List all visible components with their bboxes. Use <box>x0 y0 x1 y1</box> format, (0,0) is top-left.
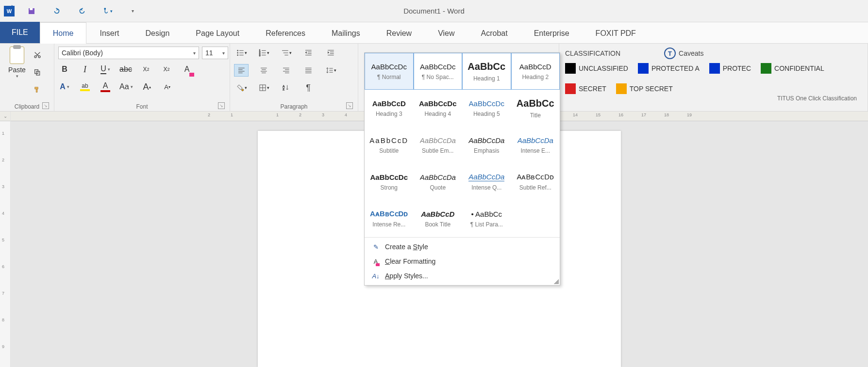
style-strong[interactable]: AaBbCcDcStrong <box>365 163 414 200</box>
style-preview: AaBbCcDc <box>371 63 407 71</box>
classification-confidential[interactable]: CONFIDENTIAL <box>761 63 824 74</box>
style-preview: AaBbCcDa <box>468 136 504 144</box>
style--list-para-[interactable]: • AaBbCc¶ List Para... <box>462 200 511 237</box>
text-effects-button[interactable]: A▾ <box>58 80 71 93</box>
show-hide-marks-button[interactable]: ¶ <box>301 81 316 94</box>
classification-protected-a[interactable]: PROTECTED A <box>638 63 700 74</box>
paste-button[interactable]: Paste ▾ <box>4 47 30 79</box>
multilevel-list-button[interactable]: ▾ <box>279 47 293 59</box>
style-quote[interactable]: AaBbCcDaQuote <box>414 163 463 200</box>
clipboard-dialog-launcher[interactable]: ↘ <box>42 102 49 109</box>
italic-button[interactable]: I <box>79 63 91 76</box>
tab-mailings[interactable]: Mailings <box>318 22 373 44</box>
clear-formatting-button[interactable]: A <box>181 63 193 76</box>
classification-top-secret[interactable]: TOP SECRET <box>616 83 673 94</box>
superscript-button[interactable]: X2 <box>160 63 173 76</box>
save-button[interactable] <box>26 6 37 16</box>
align-center-button[interactable] <box>256 64 271 77</box>
style-preview: AaBbCcDa <box>420 173 456 181</box>
create-style-command[interactable]: ✎ Create a Style <box>365 239 560 254</box>
paste-icon <box>10 47 24 64</box>
tab-design[interactable]: Design <box>133 22 183 44</box>
bullets-button[interactable]: ▾ <box>234 47 249 59</box>
style-heading-4[interactable]: AaBbCcDcHeading 4 <box>414 90 463 127</box>
font-size-value: 11 <box>205 49 213 57</box>
highlight-button[interactable]: ab <box>79 80 91 93</box>
style-name: Subtle Em... <box>422 147 453 154</box>
underline-button[interactable]: U▾ <box>99 63 112 76</box>
change-case-button[interactable]: Aa▾ <box>119 80 133 93</box>
style--no-spac-[interactable]: AaBbCcDc¶ No Spac... <box>414 53 463 90</box>
classification-secret[interactable]: SECRET <box>565 83 606 94</box>
style-subtitle[interactable]: AaBbCcDSubtitle <box>365 127 414 163</box>
font-name-dropdown-icon[interactable]: ▾ <box>193 50 196 56</box>
style-name: Title <box>530 112 541 119</box>
styles-gallery-dropdown: AaBbCcDc¶ NormalAaBbCcDc¶ No Spac...AaBb… <box>364 52 560 286</box>
strikethrough-button[interactable]: abc <box>119 63 132 76</box>
grow-font-button[interactable]: A▴ <box>141 80 153 93</box>
font-size-combo[interactable]: 11 ▾ <box>202 47 228 59</box>
style-preview: AaBbCcD <box>421 210 454 218</box>
shrink-font-button[interactable]: A▾ <box>161 80 174 93</box>
style-heading-3[interactable]: AaBbCcDHeading 3 <box>365 90 414 127</box>
redo-button[interactable] <box>77 6 87 16</box>
tab-file[interactable]: FILE <box>0 22 40 43</box>
style-preview: AaBbCcDc <box>420 63 455 71</box>
classification-protec[interactable]: PROTEC <box>709 63 751 74</box>
font-name-combo[interactable]: Calibri (Body) ▾ <box>58 47 199 59</box>
font-size-dropdown-icon[interactable]: ▾ <box>222 50 225 56</box>
tab-acrobat[interactable]: Acrobat <box>468 22 521 44</box>
style-emphasis[interactable]: AaBbCcDaEmphasis <box>462 127 511 163</box>
clear-formatting-command[interactable]: A Clear Formatting <box>365 254 560 269</box>
paragraph-dialog-launcher[interactable]: ↘ <box>346 102 353 109</box>
clear-formatting-icon: A <box>371 257 380 266</box>
cut-button[interactable] <box>32 49 43 60</box>
style-heading-1[interactable]: AaBbCcHeading 1 <box>462 53 511 90</box>
copy-button[interactable] <box>32 67 43 78</box>
increase-indent-button[interactable] <box>323 47 338 59</box>
font-color-button[interactable]: A <box>99 80 112 93</box>
svg-text:Z: Z <box>283 88 284 91</box>
tab-insert[interactable]: Insert <box>86 22 132 44</box>
tab-review[interactable]: Review <box>373 22 425 44</box>
style-heading-5[interactable]: AaBbCcDcHeading 5 <box>462 90 511 127</box>
tab-home[interactable]: Home <box>40 22 87 44</box>
line-spacing-button[interactable]: ▾ <box>323 64 338 77</box>
style-intense-e-[interactable]: AaBbCcDaIntense E... <box>511 127 560 163</box>
font-dialog-launcher[interactable]: ↘ <box>218 102 225 109</box>
tab-page-layout[interactable]: Page Layout <box>183 22 252 44</box>
subscript-button[interactable]: X2 <box>140 63 152 76</box>
tab-enterprise[interactable]: Enterprise <box>521 22 583 44</box>
style-preview: AaBbCcDa <box>420 136 456 144</box>
borders-button[interactable]: ▾ <box>256 81 271 94</box>
resize-grip-icon[interactable] <box>554 279 559 284</box>
align-right-button[interactable] <box>279 64 293 77</box>
qat-customize-button[interactable]: ▾ <box>127 6 138 16</box>
tab-references[interactable]: References <box>252 22 318 44</box>
format-painter-button[interactable] <box>32 84 43 95</box>
touch-mode-button[interactable]: ▾ <box>102 6 113 16</box>
style--normal[interactable]: AaBbCcDc¶ Normal <box>365 53 414 90</box>
decrease-indent-button[interactable] <box>301 47 316 59</box>
tab-foxit-pdf[interactable]: FOXIT PDF <box>583 22 649 44</box>
undo-button[interactable] <box>51 6 62 16</box>
group-titus: CLASSIFICATION T Caveats UNCLASSIFIEDPRO… <box>559 44 868 111</box>
style-name: Strong <box>381 184 398 191</box>
classification-unclassified[interactable]: UNCLASSIFIED <box>565 63 628 74</box>
apply-styles-command[interactable]: A↓ Apply Styles... <box>365 269 560 283</box>
style-subtle-ref-[interactable]: AᴀBʙCᴄDᴅSubtle Ref... <box>511 163 560 200</box>
justify-button[interactable] <box>301 64 316 77</box>
shading-button[interactable]: ▾ <box>234 81 249 94</box>
style-heading-2[interactable]: AaBbCcDHeading 2 <box>511 53 560 90</box>
bold-button[interactable]: B <box>58 63 71 76</box>
style-book-title[interactable]: AaBbCcDBook Title <box>414 200 463 237</box>
style-preview: AaBbCcDa <box>517 136 553 144</box>
sort-button[interactable]: AZ <box>279 81 293 94</box>
align-left-button[interactable] <box>234 64 249 77</box>
style-intense-q-[interactable]: AaBbCcDaIntense Q... <box>462 163 511 200</box>
style-intense-re-[interactable]: AᴀBʙCᴄDᴅIntense Re... <box>365 200 414 237</box>
numbering-button[interactable]: 123▾ <box>256 47 271 59</box>
style-subtle-em-[interactable]: AaBbCcDaSubtle Em... <box>414 127 463 163</box>
tab-view[interactable]: View <box>425 22 467 44</box>
style-title[interactable]: AaBbCcTitle <box>511 90 560 127</box>
